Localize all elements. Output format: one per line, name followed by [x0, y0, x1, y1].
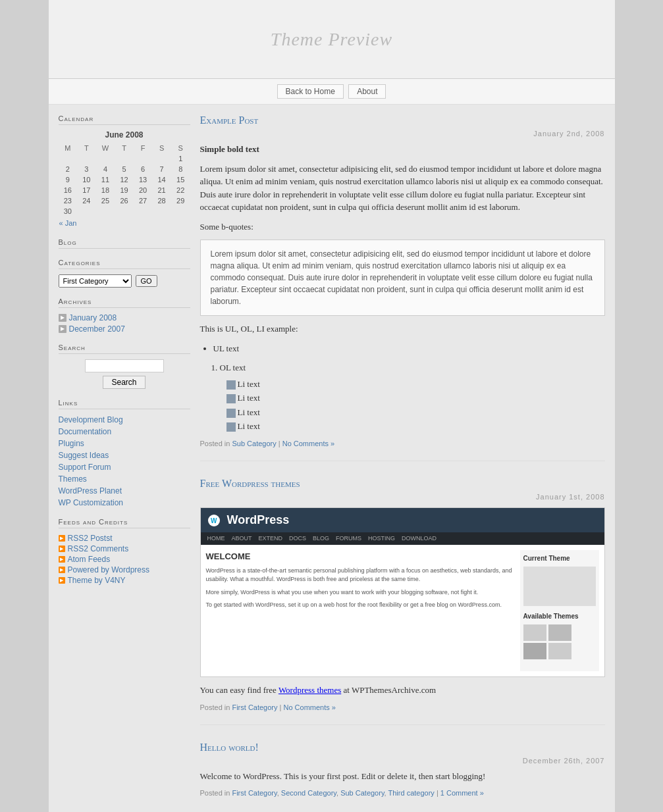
search-form: Search	[59, 359, 190, 389]
post-footer-wp-themes: Posted in First Category | No Comments »	[200, 703, 605, 711]
calendar-prev[interactable]: « Jan	[59, 219, 77, 227]
archives-section: Archives ▶ January 2008 ▶ December 2007	[59, 297, 190, 334]
link-support-forum[interactable]: Support Forum	[59, 463, 111, 472]
calendar-day[interactable]: 6	[134, 164, 153, 174]
link-wp-planet[interactable]: WordPress Planet	[59, 486, 122, 495]
calendar-day[interactable]: 11	[96, 174, 115, 185]
calendar-day[interactable]: 10	[77, 174, 96, 185]
post-wp-themes-link[interactable]: Wordpress themes	[278, 685, 341, 695]
calendar-day[interactable]: 12	[115, 174, 134, 185]
post-free-wp-themes: Free Wordpress themes January 1st, 2008 …	[200, 478, 605, 725]
post-link-wp-themes[interactable]: Free Wordpress themes	[200, 478, 300, 489]
link-themes[interactable]: Themes	[59, 474, 87, 484]
calendar-day[interactable]: 21	[152, 185, 171, 195]
calendar-day[interactable]: 15	[171, 174, 190, 185]
post-ol-item: OL text	[220, 361, 605, 374]
calendar-day[interactable]: 22	[171, 185, 190, 195]
wp-nav-hosting: HOSTING	[368, 534, 395, 544]
calendar-day[interactable]: 26	[115, 195, 134, 206]
post-blockquote-label: Some b-quotes:	[200, 220, 605, 234]
cal-th-s2: S	[171, 143, 190, 153]
calendar-day[interactable]: 20	[134, 185, 153, 195]
calendar-day[interactable]: 17	[77, 185, 96, 195]
calendar-day[interactable]: 25	[96, 195, 115, 206]
wp-logo: W WordPress	[207, 511, 290, 529]
calendar-day[interactable]: 3	[77, 164, 96, 174]
feed-theme-v4ny[interactable]: Theme by V4NY	[68, 576, 126, 585]
link-wp-customization[interactable]: WP Customization	[59, 498, 123, 507]
li-icon-2	[226, 394, 236, 403]
calendar-section: Calendar June 2008 M T W T F S S	[59, 114, 190, 228]
li-icon-1	[226, 380, 236, 390]
links-title: Links	[59, 399, 190, 409]
archive-link-dec2007[interactable]: December 2007	[69, 324, 125, 334]
post-cat-first[interactable]: First Category	[232, 789, 277, 797]
search-button[interactable]: Search	[103, 376, 145, 389]
category-select[interactable]: First Category Second Category Third Cat…	[59, 274, 132, 288]
calendar-day	[134, 153, 153, 164]
post-comments-link-2[interactable]: No Comments »	[284, 703, 336, 711]
li-icon-4	[226, 422, 236, 432]
calendar-day[interactable]: 7	[152, 164, 171, 174]
calendar-day[interactable]: 1	[171, 153, 190, 164]
post-body-hello-world: Welcome to WordPress. This is your first…	[200, 770, 605, 783]
calendar-day[interactable]: 2	[59, 164, 78, 174]
calendar-day[interactable]: 8	[171, 164, 190, 174]
cal-th-w: W	[96, 143, 115, 153]
feed-rss2-posts[interactable]: RSS2 Postst	[68, 534, 113, 543]
link-dev-blog[interactable]: Development Blog	[59, 415, 123, 424]
categories-selector: First Category Second Category Third Cat…	[59, 274, 190, 288]
calendar-day[interactable]: 18	[96, 185, 115, 195]
calendar-day	[134, 206, 153, 216]
link-suggest-ideas[interactable]: Suggest Ideas	[59, 451, 109, 460]
wp-body-text-1: WordPress is a state-of-the-art semantic…	[206, 567, 514, 584]
calendar-day[interactable]: 28	[152, 195, 171, 206]
calendar-day[interactable]: 23	[59, 195, 78, 206]
calendar-day[interactable]: 16	[59, 185, 78, 195]
post-cat-third[interactable]: Third category	[388, 789, 435, 797]
feed-rss2-comments[interactable]: RSS2 Comments	[68, 544, 129, 553]
feed-icon-powered: ▶	[59, 567, 65, 573]
nav-about[interactable]: About	[348, 84, 386, 99]
li-item-2: Li text	[226, 392, 605, 405]
feed-atom[interactable]: Atom Feeds	[68, 555, 111, 564]
calendar-day	[77, 153, 96, 164]
posted-in-label-2: Posted in	[200, 703, 230, 711]
post-category-link-2[interactable]: First Category	[232, 703, 277, 711]
category-go-button[interactable]: GO	[136, 275, 157, 287]
post-link-hello-world[interactable]: Hello world!	[200, 742, 259, 753]
wp-body: WELCOME WordPress is a state-of-the-art …	[201, 545, 604, 676]
calendar-day[interactable]: 30	[59, 206, 78, 216]
calendar-day[interactable]: 27	[134, 195, 153, 206]
calendar-day[interactable]: 5	[115, 164, 134, 174]
sidebar: Calendar June 2008 M T W T F S S	[59, 114, 190, 812]
post-cat-second[interactable]: Second Category	[281, 789, 336, 797]
post-ul-item: UL text	[213, 342, 605, 355]
calendar-day[interactable]: 9	[59, 174, 78, 185]
link-documentation[interactable]: Documentation	[59, 427, 112, 436]
wp-theme-thumb-3	[523, 643, 546, 659]
calendar-day[interactable]: 29	[171, 195, 190, 206]
calendar-day[interactable]: 14	[152, 174, 171, 185]
archive-link-jan2008[interactable]: January 2008	[69, 313, 117, 322]
wp-side-col: Current Theme Available Themes	[520, 550, 599, 671]
main-nav: Back to Home About	[49, 79, 615, 105]
link-item-plugins: Plugins	[59, 438, 190, 449]
calendar-day[interactable]: 4	[96, 164, 115, 174]
li-item-3: Li text	[226, 406, 605, 419]
post-comments-link-1[interactable]: No Comments »	[282, 440, 334, 447]
post-link-example[interactable]: Example Post	[200, 114, 259, 126]
cal-th-t: T	[77, 143, 96, 153]
li-icon-3	[226, 409, 236, 418]
search-input[interactable]	[85, 359, 164, 372]
post-comments-link-3[interactable]: 1 Comment »	[440, 789, 484, 797]
calendar-day[interactable]: 13	[134, 174, 153, 185]
calendar-day[interactable]: 24	[77, 195, 96, 206]
post-category-link-1[interactable]: Sub Category	[232, 440, 276, 447]
link-plugins[interactable]: Plugins	[59, 439, 84, 448]
calendar-day[interactable]: 19	[115, 185, 134, 195]
feed-powered-wp[interactable]: Powered by Wordpress	[68, 565, 150, 574]
post-cat-sub[interactable]: Sub Category	[340, 789, 384, 797]
nav-home[interactable]: Back to Home	[277, 84, 344, 99]
link-item-wpcustom: WP Customization	[59, 497, 190, 508]
